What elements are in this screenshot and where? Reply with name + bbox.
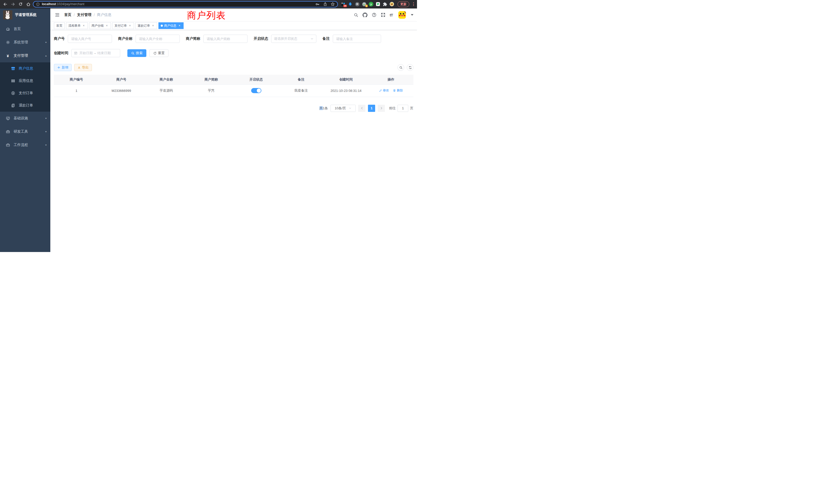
sidebar-collapse-icon[interactable]	[54, 12, 61, 18]
extension-octotree-icon[interactable]: 1	[362, 2, 367, 6]
chevron-down-icon	[310, 37, 313, 40]
sidebar-item-home[interactable]: 首页	[0, 22, 50, 36]
site-info-icon[interactable]	[36, 2, 40, 6]
extension-chat-icon[interactable]	[376, 2, 380, 6]
col-status: 开启状态	[234, 75, 279, 85]
extension-command-icon[interactable]: ⌘	[355, 2, 359, 6]
sidebar-item-merchant-info[interactable]: 商户信息	[0, 62, 50, 75]
toggle-search-button[interactable]	[397, 64, 404, 71]
user-avatar[interactable]	[398, 11, 406, 19]
col-merchant-id: 商户编号	[54, 75, 99, 85]
breadcrumb-payment[interactable]: 支付管理	[77, 13, 91, 17]
github-icon[interactable]	[363, 13, 368, 18]
fullscreen-icon[interactable]	[381, 13, 386, 17]
search-form-row-1: 商户号 商户全称 商户简称 开启状态 请选择开启状态	[54, 35, 413, 43]
chevron-left-icon	[360, 107, 363, 110]
sidebar-logo[interactable]: 芋道管理系统	[0, 8, 50, 21]
create-time-range-picker[interactable]: 开始日期 - 结束日期	[71, 49, 120, 57]
browser-profile-avatar[interactable]	[390, 2, 394, 6]
search-icon	[399, 66, 403, 69]
goto-page-input[interactable]	[397, 105, 408, 112]
briefcase-icon	[6, 143, 10, 147]
col-remark: 备注	[279, 75, 324, 85]
page-number-button[interactable]: 1	[368, 105, 375, 112]
font-size-icon[interactable]: tT	[390, 13, 393, 17]
yen-icon: ¥	[6, 54, 10, 58]
forward-icon	[11, 2, 15, 6]
browser-home-button[interactable]	[25, 1, 31, 7]
help-icon[interactable]	[372, 13, 376, 17]
refresh-table-button[interactable]	[407, 64, 413, 71]
extensions-puzzle-icon[interactable]	[382, 2, 387, 6]
grid-icon	[11, 79, 15, 83]
tab-refund-order[interactable]: 退款订单×	[135, 22, 157, 29]
sidebar-item-app-info[interactable]: 应用信息	[0, 75, 50, 87]
page-size-select[interactable]: 10条/页	[330, 105, 356, 112]
sidebar-item-pay-order[interactable]: 支付订单	[0, 87, 50, 99]
password-key-icon[interactable]	[315, 2, 320, 6]
reset-button[interactable]: 重置	[150, 49, 169, 57]
prev-page-button[interactable]	[358, 105, 366, 112]
date-end-placeholder: 结束日期	[97, 51, 111, 55]
close-icon[interactable]: ×	[178, 24, 181, 27]
extension-blocks-icon[interactable]: 10	[341, 2, 346, 6]
full-name-input[interactable]	[136, 35, 180, 43]
chevron-down-icon	[349, 107, 352, 110]
merchant-no-input[interactable]	[68, 35, 112, 43]
sidebar-item-payment[interactable]: ¥ 支付管理 ▲	[0, 49, 50, 62]
tags-view: 首页 流程表单× 用户分组× 支付订单× 退款订单× 商户信息×	[50, 21, 417, 30]
status-select[interactable]: 请选择开启状态	[271, 35, 316, 43]
short-name-input[interactable]	[203, 35, 247, 43]
pagination-total: 共1条	[320, 106, 328, 111]
tab-user-group[interactable]: 用户分组×	[89, 22, 111, 29]
col-merchant-no: 商户号	[99, 75, 144, 85]
add-button[interactable]: 新增	[54, 64, 72, 71]
sidebar-item-system[interactable]: 系统管理 ▼	[0, 36, 50, 49]
browser-reload-button[interactable]	[18, 1, 24, 7]
extension-y-icon[interactable]: y	[369, 2, 373, 6]
close-icon[interactable]: ×	[128, 24, 132, 27]
tab-pay-order[interactable]: 支付订单×	[112, 22, 134, 29]
browser-menu-icon[interactable]	[412, 2, 415, 6]
sidebar-item-dev-tools[interactable]: 研发工具 ▼	[0, 125, 50, 138]
extension-kite-icon[interactable]	[348, 2, 353, 6]
tab-home[interactable]: 首页	[54, 22, 65, 29]
chevron-down-icon: ▼	[45, 117, 47, 120]
tab-process-form[interactable]: 流程表单×	[66, 22, 88, 29]
bookmark-star-icon[interactable]	[331, 2, 335, 6]
chevron-down-icon: ▼	[45, 144, 47, 146]
search-icon	[131, 51, 135, 55]
avatar-dropdown-caret[interactable]	[411, 14, 413, 16]
delete-button[interactable]: 删除	[393, 88, 403, 93]
sidebar-item-infrastructure[interactable]: 基础设施 ▼	[0, 112, 50, 125]
header-search-icon[interactable]	[354, 13, 358, 17]
sidebar-item-refund-order[interactable]: 退款订单	[0, 99, 50, 112]
close-icon[interactable]: ×	[151, 24, 155, 27]
top-navbar: 首页 / 支付管理 / 商户信息 tT	[50, 8, 417, 21]
remark-input[interactable]	[333, 35, 381, 43]
store-icon	[11, 66, 15, 71]
tab-merchant-info[interactable]: 商户信息×	[158, 22, 183, 29]
calendar-icon	[74, 51, 78, 55]
page-content: 商户号 商户全称 商户简称 开启状态 请选择开启状态	[50, 30, 417, 252]
browser-forward-button[interactable]	[10, 1, 16, 7]
app-title: 芋道管理系统	[15, 13, 37, 17]
edit-button[interactable]: 修改	[379, 88, 389, 93]
browser-back-button[interactable]	[2, 1, 8, 7]
address-bar[interactable]: localhost:1024/pay/merchant	[33, 1, 338, 7]
close-icon[interactable]: ×	[105, 24, 109, 27]
sidebar-item-workflow[interactable]: 工作流程 ▼	[0, 138, 50, 152]
browser-update-button[interactable]: 更新	[397, 1, 409, 7]
close-icon[interactable]: ×	[82, 24, 86, 27]
table-header-row: 商户编号 商户号 商户全称 商户简称 开启状态 备注 创建时间 操作	[54, 75, 413, 85]
export-button[interactable]: 导出	[74, 64, 92, 71]
sidebar: 芋道管理系统 首页 系统管理 ▼ ¥ 支付管理 ▲	[0, 8, 50, 252]
next-page-button[interactable]	[378, 105, 385, 112]
breadcrumb-home[interactable]: 首页	[64, 13, 71, 17]
col-create-time: 创建时间	[324, 75, 369, 85]
share-icon[interactable]	[323, 2, 327, 6]
extension-badge: 10	[343, 5, 347, 7]
create-time-label: 创建时间	[54, 51, 68, 55]
search-button[interactable]: 搜索	[127, 49, 146, 57]
status-toggle[interactable]	[251, 88, 261, 93]
